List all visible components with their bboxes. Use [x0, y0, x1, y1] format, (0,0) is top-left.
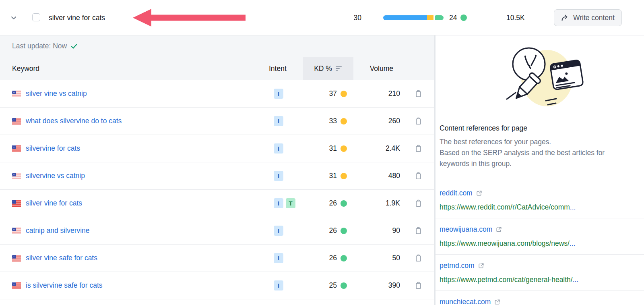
volume-value: 480 [353, 162, 402, 189]
last-update-label: Last update: Now [12, 42, 67, 50]
intent-badge-i: I [274, 226, 283, 236]
external-link-icon[interactable] [478, 263, 484, 269]
volume-value: 2.4K [353, 135, 402, 162]
forward-arrow-icon [561, 15, 569, 21]
reference-domain-link[interactable]: reddit.com [440, 188, 473, 198]
kd-dot [341, 118, 347, 124]
kd-value: 25 [329, 281, 337, 290]
column-header-actions [402, 57, 434, 80]
keyword-link[interactable]: silver vine for cats [26, 199, 82, 207]
intent-badges: IT [261, 190, 303, 217]
column-header-volume[interactable]: Volume [353, 57, 402, 80]
keyword-link[interactable]: silvervine for cats [26, 144, 80, 153]
kd-bar-segment-blue [383, 15, 427, 20]
intent-badges: I [261, 217, 303, 244]
kd-value: 31 [329, 144, 337, 153]
keyword-table-body: silver vine vs catnip I 37 210 [0, 80, 434, 299]
intent-badges: I [261, 80, 303, 107]
trash-icon[interactable] [415, 282, 422, 289]
intent-badges: I [261, 245, 303, 272]
external-link-icon[interactable] [496, 226, 502, 232]
table-row: catnip and silvervine I 26 90 [0, 217, 434, 245]
keyword-table: Last update: Now Keyword Intent KD % Vol… [0, 35, 434, 305]
intent-badges: I [261, 135, 303, 162]
status-bar: Last update: Now [0, 35, 434, 57]
sidebar-title: Content references for page [440, 123, 644, 133]
column-header-intent[interactable]: Intent [261, 57, 303, 80]
intent-badge-t: T [286, 198, 295, 208]
reference-url[interactable]: https://www.petmd.com/cat/general-health… [440, 275, 640, 284]
group-total-volume: 10.5K [506, 13, 525, 23]
column-header-kd[interactable]: KD % [303, 57, 353, 80]
kd-value: 31 [329, 172, 337, 180]
trash-icon[interactable] [415, 227, 422, 234]
intent-badges: I [261, 162, 303, 189]
kd-value: 26 [329, 199, 337, 207]
us-flag-icon [12, 255, 21, 261]
volume-value: 50 [353, 245, 402, 272]
us-flag-icon [12, 173, 21, 179]
reference-item: reddit.com https://www.reddit.com/r/CatA… [436, 182, 644, 218]
write-content-button[interactable]: Write content [554, 9, 622, 26]
trash-icon[interactable] [415, 172, 422, 180]
references-list: reddit.com https://www.reddit.com/r/CatA… [440, 182, 644, 305]
kd-value: 33 [329, 117, 337, 125]
trash-icon[interactable] [415, 117, 422, 125]
keyword-count-wrap: 24 [449, 13, 467, 23]
reference-url[interactable]: https://www.reddit.com/r/CatAdvice/comm.… [440, 202, 640, 212]
kd-dot [341, 200, 347, 207]
keyword-link[interactable]: is silvervine safe for cats [26, 281, 103, 290]
kd-dot [341, 173, 347, 179]
us-flag-icon [12, 145, 21, 152]
check-icon [71, 44, 77, 49]
keyword-link[interactable]: silver vine safe for cats [26, 254, 97, 262]
reference-domain-link[interactable]: petmd.com [440, 261, 475, 270]
keyword-count: 24 [449, 13, 457, 23]
kd-bar-segment-green [435, 15, 444, 20]
intent-badges: I [261, 108, 303, 135]
chevron-down-icon[interactable] [10, 14, 18, 22]
intent-badge-i: I [274, 198, 283, 208]
keyword-link[interactable]: silvervine vs catnip [26, 172, 85, 180]
keyword-link[interactable]: silver vine vs catnip [26, 89, 87, 98]
kd-bar-segment-orange [427, 15, 433, 20]
keyword-link[interactable]: what does silvervine do to cats [26, 117, 122, 125]
keyword-link[interactable]: catnip and silvervine [26, 226, 90, 235]
group-checkbox[interactable] [32, 13, 40, 21]
intent-badge-i: I [274, 253, 283, 263]
trash-icon[interactable] [415, 90, 422, 98]
volume-value: 1.9K [353, 190, 402, 217]
table-row: silvervine for cats I 31 2.4K [0, 135, 434, 162]
table-row: silver vine safe for cats I 26 50 [0, 245, 434, 272]
reference-domain-link[interactable]: munchiecat.com [440, 297, 491, 305]
main-area: Last update: Now Keyword Intent KD % Vol… [0, 35, 644, 305]
reference-domain-link[interactable]: meowijuana.com [440, 224, 492, 234]
kd-value: 37 [329, 89, 337, 98]
reference-url[interactable]: https://www.meowijuana.com/blogs/news/..… [440, 239, 640, 248]
intent-badges: I [261, 272, 303, 299]
kd-value: 26 [329, 254, 337, 262]
external-link-icon[interactable] [476, 190, 482, 196]
intent-badge-i: I [274, 280, 283, 290]
kd-dot [341, 91, 347, 97]
group-title: silver vine for cats [49, 13, 105, 23]
trash-icon[interactable] [415, 254, 422, 262]
volume-value: 390 [353, 272, 402, 299]
trash-icon[interactable] [415, 199, 422, 207]
intent-badge-i: I [274, 116, 283, 126]
table-row: silver vine vs catnip I 37 210 [0, 80, 434, 108]
column-header-keyword: Keyword [0, 57, 261, 80]
write-content-label: Write content [573, 14, 615, 22]
volume-value: 90 [353, 217, 402, 244]
intent-badge-i: I [274, 171, 283, 181]
content-references-illustration [440, 41, 644, 114]
kd-header-label: KD % [314, 64, 332, 73]
kd-value: 26 [329, 226, 337, 235]
table-row: silver vine for cats IT 26 1.9K [0, 190, 434, 217]
trash-icon[interactable] [415, 145, 422, 152]
intent-badge-i: I [274, 143, 283, 154]
kd-dot [341, 145, 347, 152]
reference-item: petmd.com https://www.petmd.com/cat/gene… [436, 254, 644, 290]
external-link-icon[interactable] [494, 299, 500, 305]
kd-dot [341, 282, 347, 289]
